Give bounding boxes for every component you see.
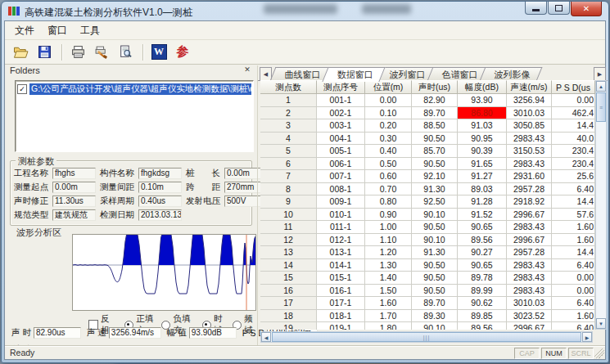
table-cell[interactable]: 2983.43 <box>507 133 552 146</box>
table-cell[interactable]: 1.80 <box>365 322 412 330</box>
table-cell[interactable]: 462.4 <box>552 107 595 120</box>
highlighted-cell[interactable]: 86.80 <box>458 107 507 120</box>
table-cell[interactable]: 90.65 <box>458 221 507 234</box>
table-cell[interactable]: 2983.43 <box>507 221 552 234</box>
menu-item-2[interactable]: 工具 <box>74 22 106 39</box>
table-cell[interactable]: 90.50 <box>412 158 458 171</box>
table-cell[interactable]: 0.00 <box>552 94 595 107</box>
table-cell[interactable]: 92.10 <box>412 170 458 183</box>
row-number-cell[interactable]: 8 <box>260 183 317 196</box>
row-number-cell[interactable]: 18 <box>260 310 317 323</box>
tab-波列影像[interactable]: 波列影像 <box>480 67 543 81</box>
save-button[interactable] <box>34 43 55 62</box>
table-cell[interactable]: 1.70 <box>365 310 412 323</box>
table-cell[interactable]: 0.90 <box>365 209 412 222</box>
param-field[interactable]: fhghs <box>52 168 96 179</box>
table-cell[interactable]: 90.10 <box>412 234 458 247</box>
row-number-cell[interactable]: 17 <box>260 297 317 310</box>
tree-item-label[interactable]: G:\公司产品设计开发\超声仪器\超声仪实地检测数据\测桩\qd\qd03\qd… <box>29 83 251 95</box>
maximize-button[interactable] <box>548 2 570 15</box>
print-button[interactable] <box>67 43 88 62</box>
table-cell[interactable]: 93.90 <box>458 94 507 107</box>
table-cell[interactable]: 3023.52 <box>507 310 552 323</box>
table-cell[interactable]: 0.00 <box>552 272 595 285</box>
row-number-cell[interactable]: 15 <box>260 272 317 285</box>
export-word-button[interactable]: W <box>148 43 169 62</box>
table-cell[interactable]: 2983.43 <box>507 158 552 171</box>
table-cell[interactable]: 2957.28 <box>507 246 552 259</box>
table-cell[interactable]: 82.90 <box>412 94 458 107</box>
menu-item-1[interactable]: 窗口 <box>41 22 74 39</box>
resize-grip[interactable] <box>594 348 604 358</box>
row-number-cell[interactable]: 2 <box>260 107 317 120</box>
row-number-cell[interactable]: 14 <box>260 259 317 272</box>
table-cell[interactable]: 85.70 <box>412 145 458 158</box>
table-cell[interactable]: 90.65 <box>458 259 507 272</box>
table-cell[interactable]: 89.70 <box>412 107 458 120</box>
table-cell[interactable]: 89.30 <box>412 310 458 323</box>
table-cell[interactable]: 90.50 <box>412 221 458 234</box>
scroll-down-button[interactable]: ▼ <box>596 318 606 329</box>
param-field[interactable]: 0.00m <box>52 182 96 193</box>
table-cell[interactable]: 90.10 <box>412 209 458 222</box>
param-field[interactable]: 0.40us <box>138 195 182 207</box>
table-cell[interactable]: 40.0 <box>552 133 595 146</box>
table-cell[interactable]: 92.50 <box>412 195 458 209</box>
table-cell[interactable]: 2931.60 <box>507 170 552 183</box>
table-cell[interactable]: 1.60 <box>365 297 412 310</box>
table-cell[interactable]: 1.60 <box>552 310 595 323</box>
table-cell[interactable]: 0.00 <box>552 285 595 298</box>
table-cell[interactable]: 1.00 <box>365 221 412 234</box>
table-cell[interactable]: 011-1 <box>317 221 365 234</box>
table-cell[interactable]: 230.4 <box>552 158 595 171</box>
table-cell[interactable]: 2996.67 <box>507 322 552 330</box>
table-cell[interactable]: 0.70 <box>365 183 412 196</box>
table-cell[interactable]: 90.50 <box>412 272 458 285</box>
table-cell[interactable]: 008-1 <box>317 183 365 196</box>
table-cell[interactable]: 91.30 <box>412 183 458 196</box>
table-cell[interactable]: 001-1 <box>317 94 365 107</box>
table-cell[interactable]: 90.62 <box>458 297 507 310</box>
waveform-plot[interactable] <box>72 234 256 311</box>
table-cell[interactable]: 0.40 <box>365 145 412 158</box>
table-cell[interactable]: 006-1 <box>317 158 365 171</box>
table-cell[interactable]: 2957.28 <box>507 183 552 196</box>
table-cell[interactable]: 2983.43 <box>507 285 552 298</box>
table-cell[interactable]: 89.56 <box>458 322 507 330</box>
table-cell[interactable]: 91.28 <box>458 195 507 209</box>
row-number-cell[interactable]: 3 <box>260 119 317 133</box>
table-cell[interactable]: 89.03 <box>458 183 507 196</box>
table-cell[interactable]: 91.03 <box>458 119 507 133</box>
table-cell[interactable]: 1.10 <box>365 234 412 247</box>
table-cell[interactable]: 89.70 <box>412 297 458 310</box>
table-cell[interactable]: 010-1 <box>317 209 365 222</box>
row-number-cell[interactable]: 19 <box>260 322 317 330</box>
table-cell[interactable]: 57.6 <box>552 209 595 222</box>
table-cell[interactable]: 3010.03 <box>507 107 552 120</box>
minimize-button[interactable] <box>525 2 547 15</box>
scroll-left-button[interactable]: ◀ <box>261 332 271 342</box>
folders-close-icon[interactable]: ✕ <box>242 65 252 74</box>
table-cell[interactable]: 3150.53 <box>507 145 552 158</box>
table-cell[interactable]: 90.50 <box>412 133 458 146</box>
row-number-cell[interactable]: 4 <box>260 133 317 146</box>
table-cell[interactable]: 6.40 <box>552 297 595 310</box>
param-field[interactable]: fhgkdsg <box>138 168 182 179</box>
table-cell[interactable]: 2918.92 <box>507 195 552 209</box>
tree-checkbox[interactable]: ✓ <box>17 84 27 94</box>
readout-field[interactable]: 3256.94m/s <box>109 327 161 339</box>
table-cell[interactable]: 90.50 <box>412 259 458 272</box>
table-cell[interactable]: 1.60 <box>552 221 595 234</box>
row-number-cell[interactable]: 7 <box>260 170 317 183</box>
table-cell[interactable]: 019-1 <box>317 322 365 330</box>
table-cell[interactable]: 90.10 <box>412 322 458 330</box>
close-button[interactable]: ✕ <box>571 2 602 16</box>
table-cell[interactable]: 88.50 <box>412 119 458 133</box>
print-preview-button[interactable] <box>115 43 136 62</box>
table-cell[interactable]: 25.6 <box>552 170 595 183</box>
table-cell[interactable]: 3010.03 <box>507 297 552 310</box>
row-number-cell[interactable]: 1 <box>260 94 317 107</box>
table-cell[interactable]: 14.4 <box>552 195 595 209</box>
print-setup-button[interactable] <box>91 43 112 62</box>
param-field[interactable]: 11.30us <box>52 195 96 207</box>
